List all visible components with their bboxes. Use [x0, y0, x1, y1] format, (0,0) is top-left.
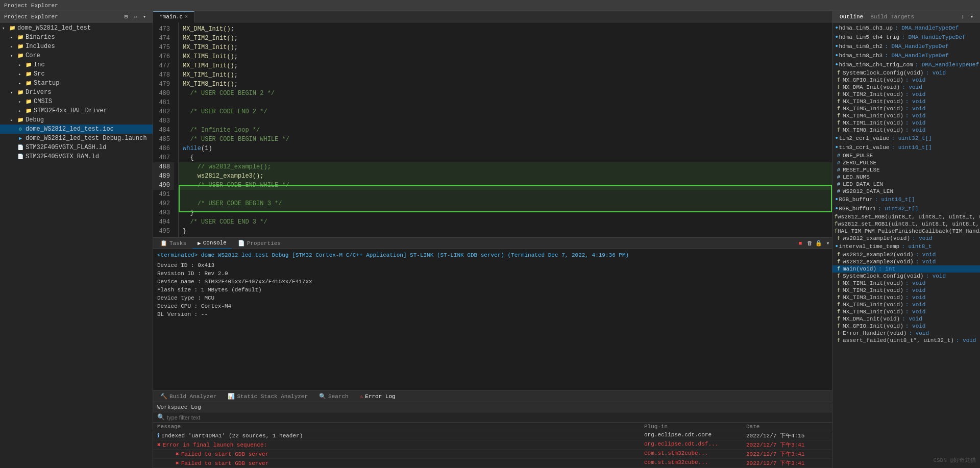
- outline-item-3[interactable]: •hdma_tim8_ch3: DMA_HandleTypeDef: [832, 51, 980, 60]
- sidebar-item-drivers[interactable]: ▾📁Drivers: [0, 88, 153, 97]
- line-number-476: 476: [153, 52, 174, 61]
- outline-item-9[interactable]: fMX_TIM3_Init(void): void: [832, 98, 980, 105]
- outline-item-7[interactable]: fMX_DMA_Init(void): void: [832, 84, 980, 91]
- console-line-0: Device ID : 0x413: [157, 261, 828, 269]
- sidebar-item-hal[interactable]: ▸📁STM32F4xx_HAL_Driver: [0, 106, 153, 115]
- outline-item-8[interactable]: fMX_TIM2_Init(void): void: [832, 91, 980, 98]
- outline-item-30[interactable]: fws2812_example3(void): void: [832, 258, 980, 265]
- tab-console[interactable]: ▶ Console: [192, 238, 232, 249]
- outline-item-26[interactable]: fHAL_TIM_PWM_PulseFinishedCallback(TIM_H…: [832, 228, 980, 235]
- log-row-3[interactable]: ✖ Failed to start GDB servercom.st.stm32…: [153, 459, 832, 468]
- outline-item-6[interactable]: fMX_GPIO_Init(void): void: [832, 77, 980, 84]
- outline-item-37[interactable]: fMX_TIM8_Init(void): void: [832, 308, 980, 315]
- outline-item-24[interactable]: fws2812_set_RGB(uint8_t, uint8_t, uint8_…: [832, 213, 980, 220]
- outline-item-20[interactable]: #LED_DATA_LEN: [832, 181, 980, 188]
- line-number-479: 479: [153, 80, 174, 89]
- log-row-1[interactable]: ✖Error in final launch sequence:org.ecli…: [153, 440, 832, 450]
- tab-search[interactable]: 🔍 Search: [314, 391, 354, 402]
- tab-outline[interactable]: Outline: [837, 14, 866, 20]
- sidebar-item-ram[interactable]: 📄STM32F405VGTX_RAM.ld: [0, 152, 153, 161]
- sidebar-item-binaries[interactable]: ▸📁Binaries: [0, 33, 153, 42]
- outline-item-31[interactable]: fmain(void): int: [832, 265, 980, 273]
- outline-item-13[interactable]: fMX_TIM8_Init(void): void: [832, 127, 980, 134]
- tree-label-binaries: Binaries: [24, 34, 55, 41]
- sidebar-item-core[interactable]: ▾📁Core: [0, 51, 153, 60]
- log-filter-input[interactable]: [167, 414, 269, 421]
- outline-item-17[interactable]: #ZERO_PULSE: [832, 159, 980, 166]
- outline-item-0[interactable]: •hdma_tim5_ch3_up: DMA_HandleTypeDef: [832, 23, 980, 33]
- outline-item-23[interactable]: •RGB_buffur1: uint32_t[]: [832, 204, 980, 213]
- outline-type-14: : uint32_t[]: [891, 135, 932, 141]
- outline-item-12[interactable]: fMX_TIM1_Init(void): void: [832, 119, 980, 127]
- sidebar-item-inc[interactable]: ▸📁Inc: [0, 60, 153, 69]
- collapse-all-icon[interactable]: ⊟: [122, 13, 130, 21]
- sidebar-item-src[interactable]: ▸📁Src: [0, 69, 153, 79]
- outline-item-35[interactable]: fMX_TIM3_Init(void): void: [832, 294, 980, 301]
- scroll-lock-icon[interactable]: 🔒: [815, 239, 823, 248]
- clear-console-icon[interactable]: 🗑: [805, 239, 814, 248]
- outline-item-25[interactable]: fws2812_set_RGB1(uint8_t, uint8_t, uint8…: [832, 220, 980, 228]
- outline-item-19[interactable]: #LED_NUMS: [832, 174, 980, 181]
- sidebar-item-flash[interactable]: 📄STM32F405VGTX_FLASH.ld: [0, 143, 153, 152]
- outline-item-18[interactable]: #RESET_PULSE: [832, 166, 980, 174]
- tab-build-targets[interactable]: Build Targets: [867, 14, 917, 20]
- tab-tasks[interactable]: 📋 Tasks: [155, 238, 191, 249]
- outline-item-40[interactable]: fError_Handler(void): void: [832, 330, 980, 337]
- sidebar-item-launch[interactable]: ▶dome_WS2812_led_test Debug.launch: [0, 134, 153, 143]
- outline-item-15[interactable]: •tim3_ccr1_value: uint16_t[]: [832, 143, 980, 152]
- outline-item-39[interactable]: fMX_GPIO_Init(void): void: [832, 323, 980, 330]
- outline-type-32: : void: [925, 273, 946, 279]
- outline-item-16[interactable]: #ONE_PULSE: [832, 152, 980, 159]
- outline-item-33[interactable]: fMX_TIM1_Init(void): void: [832, 280, 980, 287]
- outline-item-29[interactable]: fws2812_example2(void): void: [832, 251, 980, 258]
- outline-item-27[interactable]: fws2812_example(void): void: [832, 235, 980, 242]
- outline-menu-icon[interactable]: ▾: [968, 13, 976, 21]
- tab-main-c[interactable]: *main.c ×: [153, 11, 194, 22]
- outline-fn-icon: f: [835, 92, 843, 97]
- outline-item-4[interactable]: •hdma_tim8_ch4_trig_com: DMA_HandleTypeD…: [832, 60, 980, 69]
- tab-close-icon[interactable]: ×: [185, 14, 188, 20]
- sidebar-item-root[interactable]: ▾📁dome_WS2812_led_test: [0, 23, 153, 33]
- line-number-474: 474: [153, 34, 174, 43]
- terminate-icon[interactable]: ■: [796, 239, 804, 248]
- outline-item-5[interactable]: fSystemClock_Config(void): void: [832, 69, 980, 77]
- tab-build-analyzer[interactable]: 🔨 Build Analyzer: [155, 391, 222, 402]
- outline-fn-icon: f: [835, 120, 843, 126]
- menu-icon[interactable]: ▾: [140, 13, 149, 21]
- outline-item-32[interactable]: fSystemClock_Config(void): void: [832, 273, 980, 280]
- outline-item-36[interactable]: fMX_TIM5_Init(void): void: [832, 301, 980, 308]
- outline-item-38[interactable]: fMX_DMA_Init(void): void: [832, 315, 980, 323]
- outline-fn-icon: f: [835, 259, 843, 265]
- tree-label-root: dome_WS2812_led_test: [16, 24, 91, 32]
- outline-fn-icon: f: [835, 295, 843, 301]
- outline-item-22[interactable]: •RGB_buffur: uint16_t[]: [832, 195, 980, 204]
- link-editor-icon[interactable]: ↔: [131, 13, 139, 21]
- outline-item-10[interactable]: fMX_TIM5_Init(void): void: [832, 105, 980, 112]
- log-row-0[interactable]: ℹIndexed 'uart4DMA1' (22 sources, 1 head…: [153, 431, 832, 440]
- sidebar-item-debug[interactable]: ▸📁Debug: [0, 115, 153, 125]
- outline-sort-icon[interactable]: ↕: [959, 13, 967, 21]
- outline-item-28[interactable]: •interval_time_temp: uint8_t: [832, 242, 980, 251]
- outline-item-1[interactable]: •hdma_tim5_ch4_trig: DMA_HandleTypeDef: [832, 33, 980, 42]
- log-row-2[interactable]: ✖ Failed to start GDB servercom.st.stm32…: [153, 450, 832, 459]
- outline-item-34[interactable]: fMX_TIM2_Init(void): void: [832, 287, 980, 294]
- outline-item-2[interactable]: •hdma_tim8_ch2: DMA_HandleTypeDef: [832, 42, 980, 51]
- sidebar-item-startup[interactable]: ▸📁Startup: [0, 79, 153, 88]
- tab-error-log[interactable]: ⚠ Error Log: [355, 391, 401, 402]
- tab-static-stack[interactable]: 📊 Static Stack Analyzer: [223, 391, 313, 402]
- outline-dot-icon: •: [835, 134, 839, 142]
- outline-item-11[interactable]: fMX_TIM4_Init(void): void: [832, 112, 980, 119]
- outline-item-21[interactable]: #WS2812_DATA_LEN: [832, 188, 980, 195]
- sidebar-item-includes[interactable]: ▸📁Includes: [0, 42, 153, 51]
- code-editor: 4734744754764774784794804814824834844854…: [153, 22, 832, 237]
- tab-properties[interactable]: 📄 Properties: [233, 238, 286, 249]
- log-plugin-1: org.eclipse.cdt.dsf...: [644, 441, 746, 449]
- sidebar-item-cmsis[interactable]: ▸📁CMSIS: [0, 97, 153, 106]
- code-content[interactable]: MX_DMA_Init(); MX_TIM2_Init(); MX_TIM3_I…: [179, 22, 832, 237]
- console-menu-icon[interactable]: ▾: [824, 239, 832, 248]
- outline-type-13: : void: [905, 127, 926, 133]
- sidebar-item-ioc[interactable]: ⚙dome_WS2812_led_test.ioc: [0, 125, 153, 134]
- outline-item-41[interactable]: fassert_failed(uint8_t*, uint32_t): void: [832, 337, 980, 344]
- log-plugin-2: com.st.stm32cube...: [644, 450, 746, 458]
- outline-item-14[interactable]: •tim2_ccr1_value: uint32_t[]: [832, 134, 980, 143]
